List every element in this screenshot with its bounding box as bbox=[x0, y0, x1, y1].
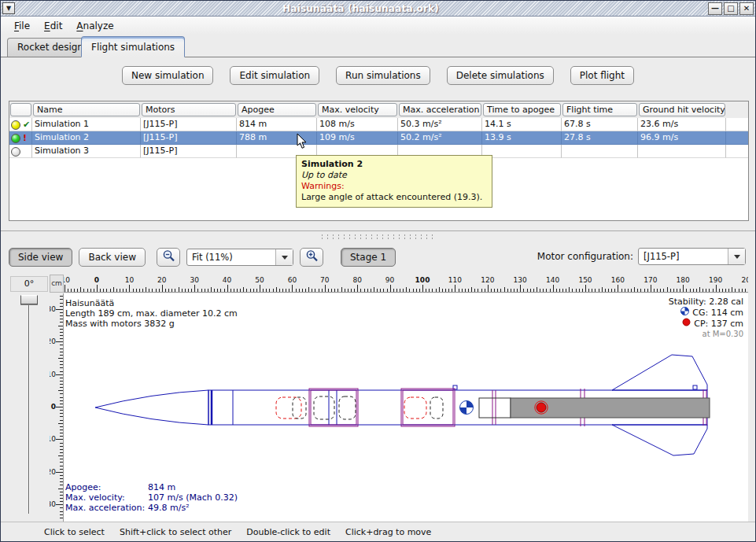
table-cell[interactable]: Simulation 1 bbox=[32, 118, 141, 131]
ruler-tick bbox=[621, 289, 622, 292]
table-cell[interactable]: [J115-P] bbox=[141, 145, 237, 158]
table-row[interactable]: ✔Simulation 1[J115-P]814 m108 m/s50.3 m/… bbox=[9, 118, 748, 131]
plot-flight-button[interactable]: Plot flight bbox=[570, 66, 634, 85]
split-pane-divider[interactable] bbox=[1, 230, 755, 239]
ruler-tick bbox=[58, 358, 63, 359]
menu-item-analyze[interactable]: Analyze bbox=[69, 18, 120, 34]
table-cell[interactable]: 96.9 m/s bbox=[638, 131, 726, 145]
table-cell[interactable]: Simulation 2 bbox=[32, 131, 141, 145]
rocket-view-panel: Side view Back view Fit (11%) Stage bbox=[1, 239, 755, 522]
table-row[interactable]: !Simulation 2[J115-P]788 m109 m/s50.2 m/… bbox=[9, 131, 748, 145]
rocket-dimensions: Length 189 cm, max. diameter 10.2 cm bbox=[65, 308, 238, 319]
table-cell[interactable] bbox=[562, 145, 638, 158]
table-cell[interactable]: 814 m bbox=[237, 118, 317, 131]
splitter-grip-icon[interactable] bbox=[319, 234, 437, 239]
ruler-tick bbox=[60, 481, 63, 482]
ruler-tick bbox=[315, 289, 315, 292]
stage-1-toggle[interactable]: Stage 1 bbox=[341, 248, 396, 267]
zoom-level-value: Fit (11%) bbox=[187, 252, 275, 263]
column-header-time-to-apogee[interactable]: Time to apogee bbox=[483, 103, 561, 116]
ruler-tick bbox=[488, 285, 489, 292]
ruler-tick bbox=[429, 289, 430, 292]
table-cell[interactable]: 50.2 m/s² bbox=[398, 131, 482, 145]
tooltip-status: Up to date bbox=[301, 170, 487, 181]
column-header-name[interactable]: Name bbox=[33, 103, 140, 116]
ruler-tick bbox=[735, 289, 736, 292]
ruler-tick bbox=[60, 381, 63, 382]
table-cell[interactable] bbox=[638, 145, 726, 158]
combo-arrow[interactable] bbox=[275, 249, 293, 265]
ruler-tick bbox=[422, 285, 423, 292]
tab-flight-simulations[interactable]: Flight simulations bbox=[81, 36, 185, 57]
combo-arrow[interactable] bbox=[728, 249, 745, 264]
chevron-down-icon bbox=[734, 255, 740, 259]
table-cell[interactable]: [J115-P] bbox=[141, 118, 237, 131]
column-header-apogee[interactable]: Apogee bbox=[238, 103, 316, 116]
table-cell[interactable]: 67.8 s bbox=[562, 118, 638, 131]
ruler-tick bbox=[677, 289, 677, 292]
menu-item-file[interactable]: File bbox=[7, 18, 37, 34]
column-header-max-velocity[interactable]: Max. velocity bbox=[318, 103, 397, 116]
zoom-level-select[interactable]: Fit (11%) bbox=[186, 249, 293, 266]
status-bar: Click to select Shift+click to select ot… bbox=[1, 522, 755, 541]
table-cell[interactable]: 27.8 s bbox=[562, 131, 638, 145]
ruler-tick bbox=[56, 472, 63, 473]
column-header-flight-time[interactable]: Flight time bbox=[562, 103, 637, 116]
table-cell[interactable]: [J115-P] bbox=[141, 131, 237, 145]
ruler-tick bbox=[497, 289, 498, 292]
column-header-ground-hit-velocity[interactable]: Ground hit velocity bbox=[639, 103, 725, 116]
window-menu-icon[interactable]: ▼ bbox=[2, 2, 15, 14]
table-cell[interactable]: Simulation 3 bbox=[32, 145, 141, 158]
rotation-slider[interactable] bbox=[9, 293, 48, 522]
ruler-tick bbox=[136, 289, 137, 292]
side-view-button[interactable]: Side view bbox=[9, 248, 72, 267]
column-header-motors[interactable]: Motors bbox=[142, 103, 236, 116]
zoom-in-button[interactable] bbox=[300, 248, 323, 267]
ruler-label: -30 bbox=[50, 305, 56, 313]
table-cell[interactable] bbox=[482, 145, 562, 158]
run-simulations-button[interactable]: Run simulations bbox=[336, 66, 430, 85]
horizontal-ruler: -100102030405060708090100110120130140150… bbox=[64, 275, 748, 293]
ruler-tick bbox=[504, 287, 505, 292]
table-cell[interactable]: 23.6 m/s bbox=[638, 118, 726, 131]
motor-configuration-select[interactable]: [J115-P] bbox=[638, 248, 746, 265]
ruler-tick bbox=[194, 285, 195, 292]
title-bar[interactable]: ▼ Haisunäätä (haisunaata.ork) — □ ✕ bbox=[1, 1, 755, 17]
rocket-mass: Mass with motors 3832 g bbox=[65, 319, 238, 329]
ruler-label: 150 bbox=[578, 276, 592, 284]
view-toolbar: Side view Back view Fit (11%) Stage bbox=[9, 247, 747, 267]
ruler-tick bbox=[465, 289, 466, 292]
table-cell[interactable]: 109 m/s bbox=[317, 131, 398, 145]
menu-item-edit[interactable]: Edit bbox=[37, 18, 69, 34]
ruler-tick bbox=[537, 287, 537, 292]
minimize-button[interactable]: — bbox=[708, 2, 722, 15]
maximize-button[interactable]: □ bbox=[724, 2, 738, 15]
rotation-angle-label: 0° bbox=[10, 276, 48, 292]
zoom-out-button[interactable] bbox=[157, 248, 180, 267]
edit-simulation-button[interactable]: Edit simulation bbox=[230, 66, 319, 85]
warning-icon: ! bbox=[23, 134, 27, 143]
rocket-canvas[interactable]: Haisunäätä Length 189 cm, max. diameter … bbox=[64, 293, 748, 522]
ruler-tick bbox=[113, 287, 114, 292]
table-cell[interactable]: 108 m/s bbox=[317, 118, 398, 131]
delete-simulations-button[interactable]: Delete simulations bbox=[447, 66, 554, 85]
ruler-tick bbox=[686, 289, 687, 292]
table-cell[interactable]: 50.3 m/s² bbox=[398, 118, 482, 131]
back-view-button[interactable]: Back view bbox=[79, 248, 146, 267]
ruler-tick bbox=[390, 285, 391, 292]
rocket-name: Haisunäätä bbox=[65, 298, 238, 308]
ruler-tick bbox=[742, 289, 743, 292]
ruler-tick bbox=[725, 289, 726, 292]
table-cell[interactable]: 14.1 s bbox=[482, 118, 562, 131]
ruler-tick bbox=[419, 289, 420, 292]
close-button[interactable]: ✕ bbox=[739, 2, 754, 15]
ruler-tick bbox=[599, 289, 599, 292]
ruler-label: -10 bbox=[64, 276, 70, 284]
ruler-tick bbox=[60, 426, 63, 427]
column-header-max-acceleration[interactable]: Max. acceleration bbox=[399, 103, 481, 116]
slider-handle[interactable] bbox=[20, 295, 38, 304]
new-simulation-button[interactable]: New simulation bbox=[122, 66, 214, 85]
table-cell[interactable]: 13.9 s bbox=[482, 131, 562, 145]
ruler-label: 110 bbox=[448, 276, 462, 284]
column-header-status[interactable] bbox=[10, 103, 31, 116]
